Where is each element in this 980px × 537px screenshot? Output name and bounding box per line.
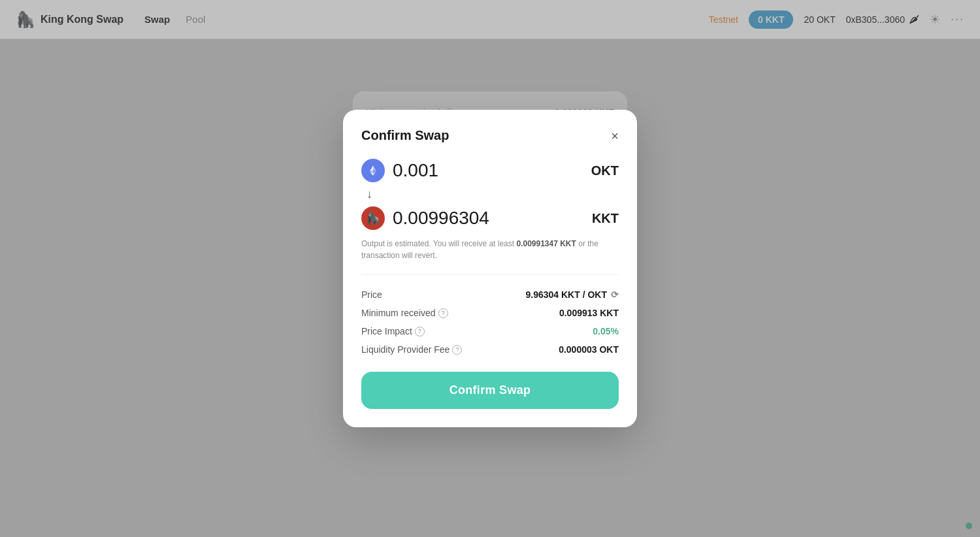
minimum-received-label: Minimum received ? — [361, 308, 448, 318]
info-row-minimum: Minimum received ? 0.009913 KKT — [361, 304, 619, 322]
liquidity-fee-label: Liquidity Provider Fee ? — [361, 344, 462, 355]
from-amount: 0.001 — [393, 160, 583, 181]
price-impact-label: Price Impact ? — [361, 326, 425, 336]
info-row-price: Price 9.96304 KKT / OKT ⟳ — [361, 285, 619, 304]
info-row-impact: Price Impact ? 0.05% — [361, 322, 619, 340]
impact-info-icon: ? — [415, 327, 425, 336]
modal-close-button[interactable]: × — [611, 129, 619, 142]
info-row-liquidity: Liquidity Provider Fee ? 0.000003 OKT — [361, 340, 619, 359]
info-section: Price 9.96304 KKT / OKT ⟳ Minimum receiv… — [361, 285, 619, 359]
refresh-icon[interactable]: ⟳ — [611, 289, 619, 300]
minimum-received-value: 0.009913 KKT — [559, 308, 619, 318]
to-symbol: KKT — [592, 211, 619, 226]
swap-direction-arrow: ↓ — [367, 187, 619, 201]
price-impact-value: 0.05% — [593, 326, 619, 336]
to-token-row: 🦍 0.00996304 KKT — [361, 206, 619, 230]
confirm-swap-button[interactable]: Confirm Swap — [361, 372, 619, 409]
minimum-info-icon: ? — [438, 308, 448, 318]
liquidity-fee-value: 0.000003 OKT — [559, 344, 619, 355]
from-token-row: 0.001 OKT — [361, 159, 619, 182]
from-symbol: OKT — [591, 163, 619, 178]
confirm-swap-modal: Confirm Swap × 0.001 OKT ↓ — [343, 110, 637, 427]
modal-divider — [361, 274, 619, 275]
estimated-note: Output is estimated. You will receive at… — [361, 238, 619, 261]
liquidity-info-icon: ? — [452, 345, 462, 355]
modal-overlay: Confirm Swap × 0.001 OKT ↓ — [0, 0, 980, 537]
to-token-icon: 🦍 — [361, 206, 385, 230]
price-label: Price — [361, 289, 382, 300]
price-value: 9.96304 KKT / OKT ⟳ — [526, 289, 619, 300]
from-token-icon — [361, 159, 385, 182]
to-amount: 0.00996304 — [393, 208, 584, 229]
modal-title: Confirm Swap — [361, 128, 449, 143]
modal-header: Confirm Swap × — [361, 128, 619, 143]
